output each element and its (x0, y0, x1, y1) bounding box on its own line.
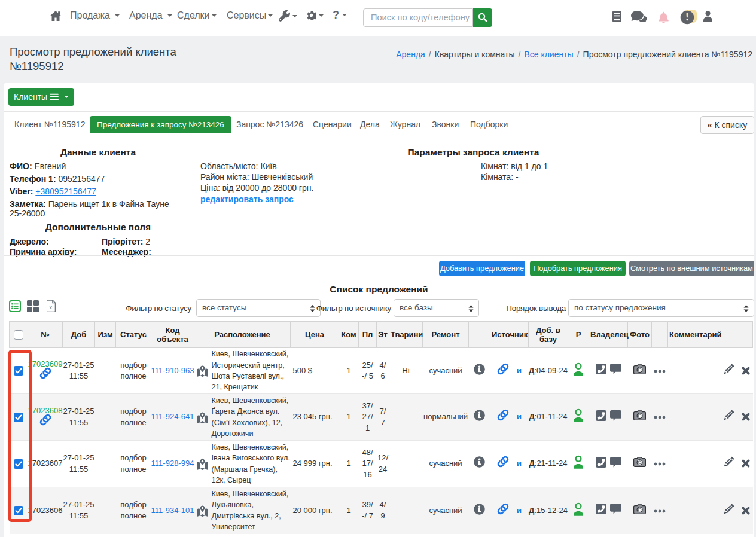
svg-text:x: x (50, 304, 53, 310)
